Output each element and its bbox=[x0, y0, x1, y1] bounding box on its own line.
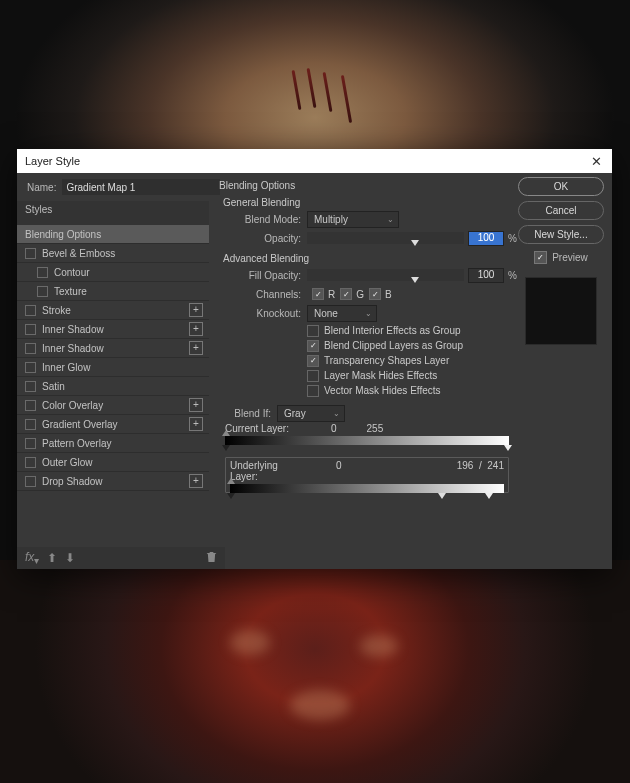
sidebar-item-inner-shadow[interactable]: Inner Shadow+ bbox=[17, 320, 209, 339]
sidebar-item-inner-shadow[interactable]: Inner Shadow+ bbox=[17, 339, 209, 358]
style-checkbox[interactable] bbox=[25, 457, 36, 468]
style-checkbox[interactable] bbox=[25, 400, 36, 411]
preview-label: Preview bbox=[552, 252, 588, 263]
layer-style-dialog: Layer Style ✕ Name: Styles Blending Opti… bbox=[17, 149, 612, 569]
sidebar-item-gradient-overlay[interactable]: Gradient Overlay+ bbox=[17, 415, 209, 434]
chevron-down-icon: ⌄ bbox=[387, 215, 394, 224]
styles-sidebar: Styles Blending OptionsBevel & EmbossCon… bbox=[17, 201, 209, 545]
option-row: ✓Blend Clipped Layers as Group bbox=[307, 338, 517, 353]
right-panel: OK Cancel New Style... ✓ Preview bbox=[518, 177, 604, 345]
add-effect-icon[interactable]: + bbox=[189, 341, 203, 355]
trash-icon[interactable] bbox=[206, 551, 217, 566]
option-checkbox[interactable] bbox=[307, 325, 319, 337]
option-label: Layer Mask Hides Effects bbox=[324, 370, 437, 381]
sidebar-item-texture[interactable]: Texture bbox=[17, 282, 209, 301]
sidebar-item-contour[interactable]: Contour bbox=[17, 263, 209, 282]
option-row: Blend Interior Effects as Group bbox=[307, 323, 517, 338]
sidebar-item-pattern-overlay[interactable]: Pattern Overlay bbox=[17, 434, 209, 453]
knockout-dropdown[interactable]: None⌄ bbox=[307, 305, 377, 322]
style-checkbox[interactable] bbox=[25, 476, 36, 487]
preview-swatch bbox=[525, 277, 597, 345]
sidebar-item-bevel-emboss[interactable]: Bevel & Emboss bbox=[17, 244, 209, 263]
sidebar-item-label: Satin bbox=[42, 381, 203, 392]
sidebar-item-label: Inner Shadow bbox=[42, 324, 189, 335]
option-checkbox[interactable] bbox=[307, 370, 319, 382]
blend-if-dropdown[interactable]: Gray⌄ bbox=[277, 405, 345, 422]
add-effect-icon[interactable]: + bbox=[189, 417, 203, 431]
dialog-titlebar: Layer Style ✕ bbox=[17, 149, 612, 173]
name-label: Name: bbox=[27, 182, 56, 193]
sidebar-item-label: Inner Glow bbox=[42, 362, 203, 373]
sidebar-item-drop-shadow[interactable]: Drop Shadow+ bbox=[17, 472, 209, 491]
fill-opacity-label: Fill Opacity: bbox=[217, 270, 307, 281]
channels-label: Channels: bbox=[217, 289, 307, 300]
option-checkbox[interactable] bbox=[307, 385, 319, 397]
sidebar-item-label: Color Overlay bbox=[42, 400, 189, 411]
channel-b-checkbox[interactable]: ✓ bbox=[369, 288, 381, 300]
ok-button[interactable]: OK bbox=[518, 177, 604, 196]
sidebar-item-stroke[interactable]: Stroke+ bbox=[17, 301, 209, 320]
opacity-value[interactable]: 100 bbox=[468, 231, 504, 246]
dialog-title: Layer Style bbox=[25, 155, 588, 167]
close-icon[interactable]: ✕ bbox=[588, 153, 604, 169]
sidebar-footer: fx▾ ⬆ ⬇ bbox=[17, 547, 225, 569]
option-checkbox[interactable]: ✓ bbox=[307, 355, 319, 367]
channel-g-checkbox[interactable]: ✓ bbox=[340, 288, 352, 300]
option-row: Vector Mask Hides Effects bbox=[307, 383, 517, 398]
sidebar-item-outer-glow[interactable]: Outer Glow bbox=[17, 453, 209, 472]
fx-icon[interactable]: fx▾ bbox=[25, 550, 39, 566]
sidebar-item-satin[interactable]: Satin bbox=[17, 377, 209, 396]
option-label: Blend Clipped Layers as Group bbox=[324, 340, 463, 351]
style-checkbox[interactable] bbox=[37, 267, 48, 278]
style-checkbox[interactable] bbox=[25, 324, 36, 335]
knockout-label: Knockout: bbox=[217, 308, 307, 319]
sidebar-item-label: Texture bbox=[54, 286, 203, 297]
style-checkbox[interactable] bbox=[25, 248, 36, 259]
style-checkbox[interactable] bbox=[25, 343, 36, 354]
chevron-down-icon: ⌄ bbox=[333, 409, 340, 418]
sidebar-item-label: Stroke bbox=[42, 305, 189, 316]
fill-opacity-slider[interactable] bbox=[307, 269, 464, 281]
new-style-button[interactable]: New Style... bbox=[518, 225, 604, 244]
blend-mode-dropdown[interactable]: Multiply⌄ bbox=[307, 211, 399, 228]
sidebar-item-color-overlay[interactable]: Color Overlay+ bbox=[17, 396, 209, 415]
add-effect-icon[interactable]: + bbox=[189, 474, 203, 488]
opacity-label: Opacity: bbox=[217, 233, 307, 244]
name-input[interactable] bbox=[62, 179, 220, 195]
sidebar-header: Styles bbox=[17, 201, 209, 225]
style-checkbox[interactable] bbox=[25, 362, 36, 373]
option-checkbox[interactable]: ✓ bbox=[307, 340, 319, 352]
sidebar-item-label: Outer Glow bbox=[42, 457, 203, 468]
fill-opacity-value[interactable]: 100 bbox=[468, 268, 504, 283]
underlying-layer-gradient[interactable]: Underlying Layer: 0 196 / 241 bbox=[225, 457, 509, 493]
blend-if-label: Blend If: bbox=[217, 408, 277, 419]
sidebar-item-label: Bevel & Emboss bbox=[42, 248, 203, 259]
style-checkbox[interactable] bbox=[25, 381, 36, 392]
add-effect-icon[interactable]: + bbox=[189, 303, 203, 317]
current-layer-gradient[interactable]: Current Layer: 0 255 bbox=[225, 423, 509, 453]
style-checkbox[interactable] bbox=[25, 305, 36, 316]
arrow-up-icon[interactable]: ⬆ bbox=[47, 551, 57, 565]
style-checkbox[interactable] bbox=[25, 438, 36, 449]
option-label: Transparency Shapes Layer bbox=[324, 355, 449, 366]
option-row: ✓Transparency Shapes Layer bbox=[307, 353, 517, 368]
general-blending-title: General Blending bbox=[223, 197, 517, 208]
preview-checkbox[interactable]: ✓ bbox=[534, 251, 547, 264]
sidebar-item-blending-options[interactable]: Blending Options bbox=[17, 225, 209, 244]
cancel-button[interactable]: Cancel bbox=[518, 201, 604, 220]
style-checkbox[interactable] bbox=[25, 419, 36, 430]
sidebar-item-label: Blending Options bbox=[25, 229, 203, 240]
sidebar-item-inner-glow[interactable]: Inner Glow bbox=[17, 358, 209, 377]
add-effect-icon[interactable]: + bbox=[189, 398, 203, 412]
option-label: Blend Interior Effects as Group bbox=[324, 325, 461, 336]
section-title: Blending Options bbox=[219, 180, 517, 191]
style-checkbox[interactable] bbox=[37, 286, 48, 297]
add-effect-icon[interactable]: + bbox=[189, 322, 203, 336]
opacity-slider[interactable] bbox=[307, 232, 464, 244]
sidebar-item-label: Gradient Overlay bbox=[42, 419, 189, 430]
channel-r-checkbox[interactable]: ✓ bbox=[312, 288, 324, 300]
arrow-down-icon[interactable]: ⬇ bbox=[65, 551, 75, 565]
sidebar-item-label: Pattern Overlay bbox=[42, 438, 203, 449]
option-label: Vector Mask Hides Effects bbox=[324, 385, 441, 396]
sidebar-item-label: Drop Shadow bbox=[42, 476, 189, 487]
